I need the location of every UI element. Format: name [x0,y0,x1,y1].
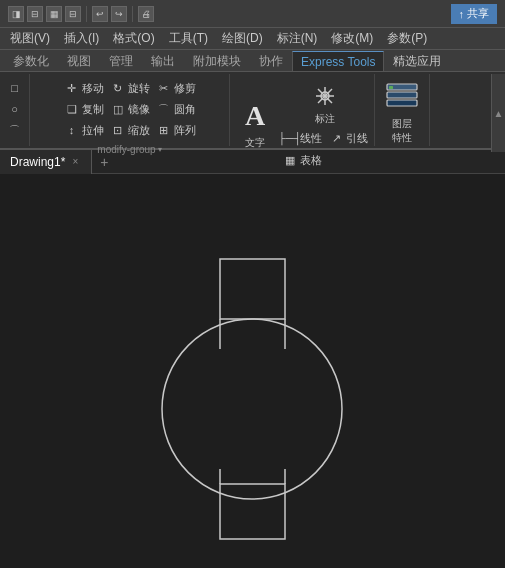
modify-dropdown-arrow: ▾ [158,145,162,154]
table-label: 表格 [300,153,322,168]
tab-manage[interactable]: 管理 [100,51,142,71]
table-row-ribbon: ▦ 表格 [280,150,370,170]
menu-tools[interactable]: 工具(T) [163,28,214,49]
leader-icon: ↗ [328,130,344,146]
ribbon-collapse-btn[interactable]: ▲ [491,74,505,152]
save-icon[interactable]: ⊟ [65,6,81,22]
left-panel-content: □ ○ ⌒ [5,76,25,144]
table-icon: ▦ [282,152,298,168]
svg-rect-6 [387,92,417,98]
linear-label: 线性 [300,131,322,146]
btn-array[interactable]: ⊞ 阵列 [154,120,198,140]
doc-tab-add[interactable]: + [92,151,116,173]
ribbon-group-annotation: A 文字 [230,74,375,146]
modify-content: ✛ 移动 ❑ 复制 ↕ 拉伸 ↻ 旋转 ◫ [62,76,198,142]
tab-output[interactable]: 输出 [142,51,184,71]
btn-layer-props[interactable]: 图层特性 [379,73,425,147]
menu-params[interactable]: 参数(P) [381,28,433,49]
menu-modify[interactable]: 修改(M) [325,28,379,49]
app-icon[interactable]: ◨ [8,6,24,22]
line-leader-row: ├─┤ 线性 ↗ 引线 [280,128,370,148]
mirror-icon: ◫ [110,101,126,117]
menu-dimension[interactable]: 标注(N) [271,28,324,49]
tab-params[interactable]: 参数化 [4,51,58,71]
rotate-label: 旋转 [128,81,150,96]
btn-rect[interactable]: □ [5,78,25,98]
modify-col1: ✛ 移动 ❑ 复制 ↕ 拉伸 [62,78,106,140]
doc-tab-name: Drawing1* [10,155,65,169]
tab-collab[interactable]: 协作 [250,51,292,71]
tab-smart[interactable]: 精选应用 [384,51,450,71]
svg-rect-11 [220,484,285,539]
new-icon[interactable]: ⊟ [27,6,43,22]
canvas-area [0,174,505,568]
btn-circle[interactable]: ○ [5,99,25,119]
ribbon-tabs: 参数化 视图 管理 输出 附加模块 协作 Express Tools 精选应用 [0,50,505,72]
circle-icon: ○ [7,101,23,117]
modify-col3: ✂ 修剪 ⌒ 圆角 ⊞ 阵列 [154,78,198,140]
trim-label: 修剪 [174,81,196,96]
btn-linear[interactable]: ├─┤ 线性 [280,128,324,148]
menu-format[interactable]: 格式(O) [107,28,160,49]
stretch-icon: ↕ [64,122,80,138]
ribbon: □ ○ ⌒ ✛ 移动 ❑ 复制 ↕ [0,72,505,150]
svg-rect-7 [387,100,417,106]
share-icon: ↑ [459,8,465,20]
share-button[interactable]: ↑ 共享 [451,4,498,24]
btn-fillet[interactable]: ⌒ 圆角 [154,99,198,119]
arc-icon: ⌒ [7,122,23,138]
btn-stretch[interactable]: ↕ 拉伸 [62,120,106,140]
btn-trim[interactable]: ✂ 修剪 [154,78,198,98]
scale-icon: ⊡ [110,122,126,138]
menu-insert[interactable]: 插入(I) [58,28,105,49]
btn-scale[interactable]: ⊡ 缩放 [108,120,152,140]
rect-icon: □ [7,80,23,96]
tab-view[interactable]: 视图 [58,51,100,71]
move-icon: ✛ [64,80,80,96]
modify-col2: ↻ 旋转 ◫ 镜像 ⊡ 缩放 [108,78,152,140]
drawing-canvas [0,174,505,568]
btn-mirror[interactable]: ◫ 镜像 [108,99,152,119]
btn-move[interactable]: ✛ 移动 [62,78,106,98]
undo-icon[interactable]: ↩ [92,6,108,22]
dimension-col: 标注 ├─┤ 线性 ↗ 引线 ▦ 表格 [280,78,370,170]
doc-tab-drawing1[interactable]: Drawing1* × [0,150,92,174]
dimension-label: 标注 [315,113,335,124]
array-icon: ⊞ [156,122,172,138]
move-label: 移动 [82,81,104,96]
scale-label: 缩放 [128,123,150,138]
btn-leader[interactable]: ↗ 引线 [326,128,370,148]
mirror-label: 镜像 [128,102,150,117]
tab-expresstools[interactable]: Express Tools [292,51,384,71]
sep1 [86,6,87,22]
title-bar-icons: ◨ ⊟ ▦ ⊟ ↩ ↪ 🖨 [8,6,154,22]
title-bar: ◨ ⊟ ▦ ⊟ ↩ ↪ 🖨 ↑ 共享 [0,0,505,28]
btn-rotate[interactable]: ↻ 旋转 [108,78,152,98]
open-icon[interactable]: ▦ [46,6,62,22]
rotate-icon: ↻ [110,80,126,96]
btn-dimension[interactable]: 标注 [280,78,370,126]
text-large-label: 文字 [245,136,265,150]
svg-point-10 [162,319,342,499]
btn-text-large[interactable]: A 文字 [234,96,276,152]
btn-copy[interactable]: ❑ 复制 [62,99,106,119]
svg-rect-8 [389,86,393,89]
menu-view[interactable]: 视图(V) [4,28,56,49]
ribbon-group-left: □ ○ ⌒ [0,74,30,146]
annotation-content: A 文字 [234,76,370,172]
text-large-icon: A [237,98,273,134]
btn-table[interactable]: ▦ 表格 [280,150,324,170]
doc-tab-close[interactable]: × [69,156,81,168]
btn-arc[interactable]: ⌒ [5,120,25,140]
menu-draw[interactable]: 绘图(D) [216,28,269,49]
leader-label: 引线 [346,131,368,146]
sep2 [132,6,133,22]
share-label: 共享 [467,6,489,21]
trim-icon: ✂ [156,80,172,96]
redo-icon[interactable]: ↪ [111,6,127,22]
layer-props-label: 图层特性 [392,117,412,145]
print-icon[interactable]: 🖨 [138,6,154,22]
tab-addmodule[interactable]: 附加模块 [184,51,250,71]
drawing-svg [0,174,505,568]
fillet-icon: ⌒ [156,101,172,117]
